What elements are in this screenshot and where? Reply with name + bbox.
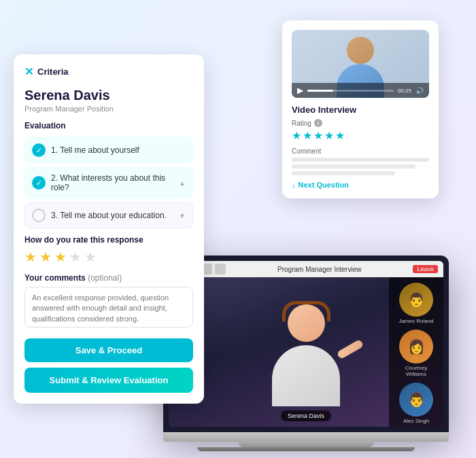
participant-name-3: Alex Singh <box>396 418 437 424</box>
leave-button[interactable]: Leave <box>413 265 438 273</box>
eval-section-title: Evaluation <box>24 121 193 130</box>
laptop-toolbar: Program Manager Interview Leave <box>169 261 443 277</box>
laptop-widget: Program Manager Interview Leave <box>163 256 449 451</box>
vi-head <box>347 37 374 64</box>
vi-comment-line-2 <box>292 164 415 169</box>
participant-name-2: Courtney Williams <box>396 365 437 377</box>
time-display: 00:25 <box>398 88 411 94</box>
candidate-position: Program Manager Position <box>24 105 193 113</box>
participant-avatar-1: 👨 <box>399 283 433 317</box>
face-3: 👨 <box>399 383 433 417</box>
participant-avatar-3: 👨 <box>399 383 433 417</box>
laptop-window-title: Program Manager Interview <box>230 266 409 273</box>
vi-comment-line-1 <box>292 158 429 162</box>
participant-2: 👩 Courtney Williams <box>396 330 437 377</box>
laptop-person <box>262 304 350 427</box>
optional-tag: (optional) <box>88 273 122 283</box>
laptop-screen: Program Manager Interview Leave <box>163 256 449 432</box>
vi-video-thumbnail: ▶ 00:25 🔊 <box>292 30 429 98</box>
participants-sidebar: 👨 James Roland 👩 Courtney Williams 👨 <box>389 277 443 427</box>
chevron-up-icon-2: ▲ <box>179 179 186 187</box>
stars-row: ★ ★ ★ ★ ★ <box>24 249 193 265</box>
laptop-video-area: 👨 James Roland 👩 Courtney Williams 👨 <box>169 277 443 427</box>
criteria-logo: ✕ Criteria <box>24 65 193 78</box>
criteria-x-icon: ✕ <box>24 65 33 78</box>
participant-1: 👨 James Roland <box>396 283 437 324</box>
participant-name-1: James Roland <box>396 318 437 324</box>
volume-icon[interactable]: 🔊 <box>415 87 424 94</box>
vi-stars-row: ★ ★ ★ ★ ★ <box>292 129 429 142</box>
vi-comment-line-3 <box>292 171 395 175</box>
star-3[interactable]: ★ <box>54 249 67 265</box>
arrow-down-icon: ↓ <box>292 181 296 189</box>
vi-next-question-btn[interactable]: ↓ Next Question <box>292 181 429 189</box>
chevron-down-icon-3: ▼ <box>179 212 186 219</box>
criteria-text: Criteria <box>37 67 69 77</box>
progress-bar[interactable] <box>307 90 394 92</box>
star-4[interactable]: ★ <box>69 249 82 265</box>
question-text-1: 1. Tell me about yourself <box>51 145 186 155</box>
star-2[interactable]: ★ <box>39 249 52 265</box>
laptop-stand <box>238 442 374 447</box>
vi-star-3[interactable]: ★ <box>313 129 323 142</box>
participant-avatar-2: 👩 <box>399 330 433 364</box>
toolbar-icon-4 <box>215 264 226 275</box>
submit-review-button[interactable]: Submit & Review Evaluation <box>24 368 193 393</box>
laptop-base <box>163 432 449 442</box>
vi-star-4[interactable]: ★ <box>324 129 334 142</box>
headphones-icon <box>282 301 330 321</box>
save-proceed-button[interactable]: Save & Proceed <box>24 338 193 362</box>
question-item-2[interactable]: ✓ 2. What interests you about this role?… <box>24 167 193 198</box>
circle-icon-3 <box>32 209 46 222</box>
vi-comment-label: Comment <box>292 147 429 155</box>
question-text-3: 3. Tell me about your education. <box>51 211 173 220</box>
comments-label: Your comments (optional) <box>24 273 193 283</box>
face-2: 👩 <box>399 330 433 364</box>
evaluation-panel: ✕ Criteria Serena Davis Program Manager … <box>14 54 204 404</box>
star-5[interactable]: ★ <box>84 249 97 265</box>
question-item-1[interactable]: ✓ 1. Tell me about yourself <box>24 137 193 163</box>
comments-textarea[interactable] <box>24 287 193 328</box>
laptop-foot <box>197 447 415 451</box>
vi-star-1[interactable]: ★ <box>292 129 301 142</box>
question-item-3[interactable]: 3. Tell me about your education. ▼ <box>24 202 193 228</box>
face-1: 👨 <box>399 283 433 317</box>
vi-star-2[interactable]: ★ <box>303 129 312 142</box>
name-tag: Serena Davis <box>281 410 331 421</box>
video-interview-card: ▶ 00:25 🔊 Video Interview Rating i ★ ★ ★… <box>282 20 439 198</box>
person-body <box>272 345 340 406</box>
play-icon[interactable]: ▶ <box>297 86 303 95</box>
question-text-2: 2. What interests you about this role? <box>51 173 173 192</box>
participant-3: 👨 Alex Singh <box>396 383 437 424</box>
rating-label: How do you rate this response <box>24 235 193 245</box>
candidate-name: Serena Davis <box>24 88 193 103</box>
check-icon-1: ✓ <box>32 143 46 157</box>
info-icon: i <box>314 119 322 127</box>
arm-wave <box>337 339 364 359</box>
vi-controls[interactable]: ▶ 00:25 🔊 <box>292 83 429 98</box>
vi-comment-lines <box>292 158 429 175</box>
vi-title: Video Interview <box>292 105 429 115</box>
rating-section: How do you rate this response ★ ★ ★ ★ ★ <box>24 235 193 265</box>
vi-star-5[interactable]: ★ <box>335 129 345 142</box>
check-icon-2: ✓ <box>32 176 46 190</box>
vi-rating-label: Rating i <box>292 119 429 127</box>
laptop-screen-inner: Program Manager Interview Leave <box>169 261 443 427</box>
star-1[interactable]: ★ <box>24 249 37 265</box>
person-head <box>288 304 325 342</box>
progress-fill <box>307 90 333 92</box>
